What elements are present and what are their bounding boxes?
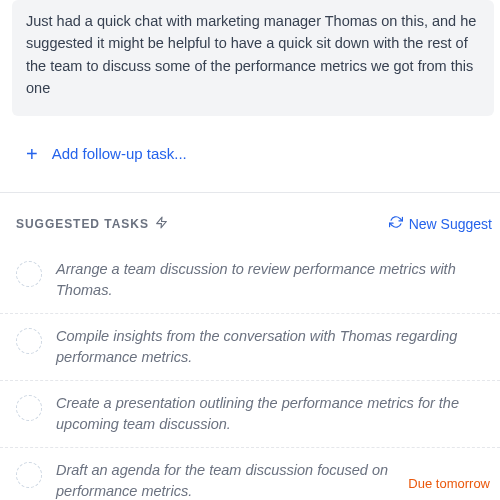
suggested-title-wrap: SUGGESTED TASKS bbox=[16, 215, 168, 233]
suggested-task-item[interactable]: Compile insights from the conversation w… bbox=[0, 314, 500, 381]
task-body: Arrange a team discussion to review perf… bbox=[56, 259, 490, 301]
task-text: Compile insights from the conversation w… bbox=[56, 326, 490, 368]
suggested-task-list: Arrange a team discussion to review perf… bbox=[0, 247, 500, 500]
task-checkbox[interactable] bbox=[16, 395, 42, 421]
task-text: Draft an agenda for the team discussion … bbox=[56, 460, 400, 500]
task-body: Create a presentation outlining the perf… bbox=[56, 393, 490, 435]
suggested-task-item[interactable]: Create a presentation outlining the perf… bbox=[0, 381, 500, 448]
refresh-icon bbox=[389, 215, 403, 232]
new-suggest-button[interactable]: New Suggest bbox=[389, 215, 492, 232]
task-checkbox[interactable] bbox=[16, 462, 42, 488]
svg-marker-0 bbox=[156, 217, 166, 228]
task-checkbox[interactable] bbox=[16, 261, 42, 287]
suggested-task-item[interactable]: Draft an agenda for the team discussion … bbox=[0, 448, 500, 500]
sparkle-icon bbox=[155, 215, 168, 233]
task-checkbox[interactable] bbox=[16, 328, 42, 354]
plus-icon: + bbox=[26, 144, 38, 164]
note-box: Just had a quick chat with marketing man… bbox=[12, 0, 494, 116]
task-body: Compile insights from the conversation w… bbox=[56, 326, 490, 368]
suggested-task-item[interactable]: Arrange a team discussion to review perf… bbox=[0, 247, 500, 314]
task-due-label: Due tomorrow bbox=[408, 470, 490, 491]
task-body: Draft an agenda for the team discussion … bbox=[56, 460, 490, 500]
suggested-header: SUGGESTED TASKS New Suggest bbox=[0, 193, 500, 247]
new-suggest-label: New Suggest bbox=[409, 216, 492, 232]
task-text: Create a presentation outlining the perf… bbox=[56, 393, 490, 435]
task-text: Arrange a team discussion to review perf… bbox=[56, 259, 490, 301]
note-text: Just had a quick chat with marketing man… bbox=[26, 13, 476, 96]
suggested-title: SUGGESTED TASKS bbox=[16, 217, 149, 231]
add-followup-label: Add follow-up task... bbox=[52, 145, 187, 162]
add-followup-button[interactable]: + Add follow-up task... bbox=[0, 116, 500, 192]
